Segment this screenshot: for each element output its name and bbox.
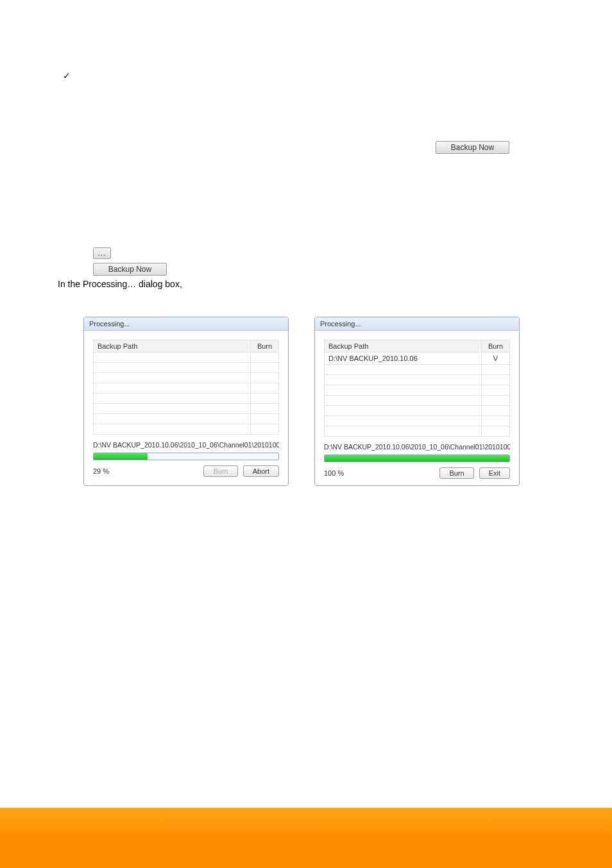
table-row — [325, 385, 510, 395]
dialog-title: Processing... — [84, 317, 288, 331]
progress-bar — [93, 453, 279, 460]
dialog-screenshots-row: Processing... Backup Path Burn D: — [83, 317, 580, 486]
table-row — [325, 374, 510, 385]
checkmark-icon: ✓ — [63, 71, 71, 81]
col-burn: Burn — [251, 340, 279, 352]
burn-button[interactable]: Burn — [439, 467, 473, 479]
processing-dialog-2: Processing... Backup Path Burn D:\NV BAC… — [314, 317, 520, 486]
col-backup-path: Backup Path — [94, 340, 251, 352]
col-burn: Burn — [482, 340, 510, 352]
table-row — [325, 415, 510, 426]
abort-button[interactable]: Abort — [243, 465, 279, 477]
cell-path: D:\NV BACKUP_2010.10.06 — [325, 352, 482, 364]
backup-table: Backup Path Burn D:\NV BACKUP_2010.10.06… — [324, 340, 510, 437]
table-row: D:\NV BACKUP_2010.10.06 V — [325, 352, 510, 364]
path-label: D:\NV BACKUP_2010.10.06\2010_10_06\Chann… — [324, 443, 510, 451]
backup-table: Backup Path Burn — [93, 340, 279, 435]
dialog-title: Processing... — [315, 317, 519, 331]
table-row — [94, 424, 279, 434]
exit-button[interactable]: Exit — [479, 467, 510, 479]
path-label: D:\NV BACKUP_2010.10.06\2010_10_06\Chann… — [93, 441, 279, 449]
table-row — [94, 352, 279, 362]
backup-now-button[interactable]: Backup Now — [436, 141, 509, 154]
browse-button[interactable]: ... — [93, 247, 111, 259]
percent-label: 29 % — [93, 467, 109, 475]
table-row — [325, 364, 510, 374]
table-row — [94, 372, 279, 383]
col-backup-path: Backup Path — [325, 340, 482, 352]
table-row — [94, 413, 279, 424]
table-row — [94, 383, 279, 393]
percent-label: 100 % — [324, 469, 344, 477]
table-row — [325, 395, 510, 405]
table-row — [94, 403, 279, 413]
table-row — [325, 405, 510, 415]
body-text: In the Processing… dialog box, — [58, 278, 580, 291]
table-row — [94, 393, 279, 403]
table-row — [94, 362, 279, 372]
table-row — [325, 426, 510, 436]
processing-dialog-1: Processing... Backup Path Burn D: — [83, 317, 289, 486]
burn-button[interactable]: Burn — [203, 465, 237, 477]
backup-now-button-2[interactable]: Backup Now — [93, 263, 167, 276]
progress-fill — [94, 453, 148, 460]
progress-fill — [325, 455, 509, 462]
cell-burn: V — [482, 352, 510, 364]
page-footer — [0, 808, 612, 868]
progress-bar — [324, 455, 510, 462]
